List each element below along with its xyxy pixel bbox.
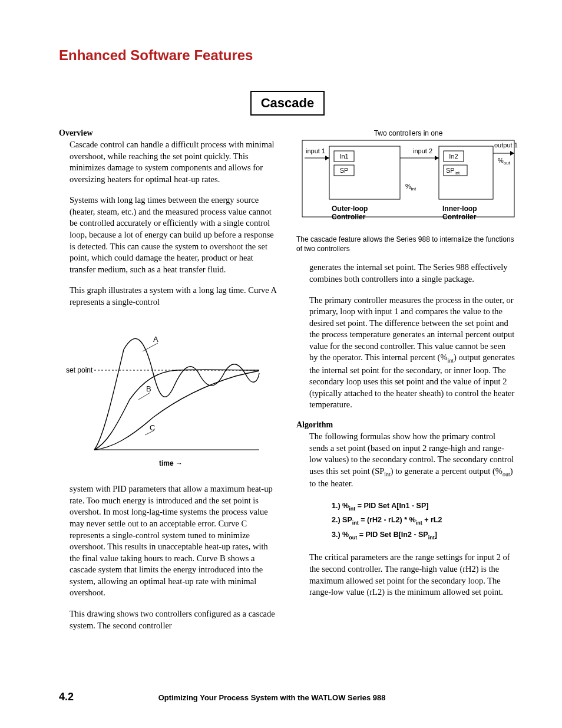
algorithm-heading: Algorithm [296, 420, 516, 430]
section-box-title: Cascade [250, 91, 325, 116]
curve-c [94, 371, 259, 450]
label-inner-loop: Inner-loop Controller [442, 205, 479, 221]
label-input2: input 2 [413, 147, 432, 154]
overview-heading: Overview [59, 129, 279, 138]
chart-time-label: time → [159, 459, 183, 467]
label-spint: SPint [446, 167, 460, 176]
footer-text: Optimizing Your Process System with the … [158, 693, 386, 702]
curve-c-label: C [150, 423, 155, 432]
block-diagram: Two controllers in one input 1 In1 [296, 129, 516, 231]
overview-p3: This graph illustrates a system with a l… [70, 285, 279, 308]
overview-p2: Systems with long lag times between the … [70, 195, 279, 275]
label-pct-out: %out [498, 157, 511, 166]
svg-marker-10 [325, 156, 329, 160]
algorithm-formulas: 1.) %int = PID Set A[In1 - SP]2.) SPint … [332, 499, 516, 543]
algorithm-intro: The following formulas show how the prim… [309, 431, 516, 490]
page-footer: 4.2 Optimizing Your Process System with … [59, 691, 516, 703]
diagram-top-label: Two controllers in one [374, 129, 443, 137]
label-outer-loop: Outer-loop Controller [332, 205, 370, 221]
label-sp: SP [340, 167, 349, 174]
svg-marker-18 [510, 151, 514, 156]
label-input1: input 1 [306, 147, 325, 154]
curve-a-label: A [153, 335, 158, 344]
curve-b-label: B [146, 384, 151, 393]
right-p2: The primary controller measures the proc… [309, 295, 516, 411]
label-output1: output 1 [494, 141, 518, 149]
page-number: 4.2 [59, 691, 74, 703]
overview-p5: This drawing shows two controllers confi… [70, 608, 279, 631]
svg-line-3 [138, 393, 150, 400]
overview-p1: Cascade control can handle a difficult p… [70, 139, 279, 185]
chart-setpoint-label: set point [66, 366, 93, 374]
page-title: Enhanced Software Features [59, 47, 516, 64]
right-p4: The critical parameters are the range se… [309, 552, 516, 598]
label-in1: In1 [339, 153, 348, 160]
overview-p4: system with PID parameters that allow a … [70, 483, 279, 599]
curve-b [94, 370, 259, 450]
label-pct-int: %int [405, 183, 416, 192]
svg-marker-14 [435, 156, 439, 160]
diagram-caption: The cascade feature allows the Series 98… [296, 235, 516, 253]
right-p1: generates the internal set point. The Se… [309, 262, 516, 285]
curve-a [94, 339, 259, 450]
response-curves-chart: set point A B C time → [59, 317, 279, 473]
label-in2: In2 [449, 153, 458, 160]
